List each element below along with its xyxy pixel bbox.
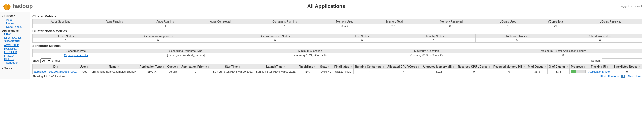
cluster-section-title[interactable]: Cluster	[2, 14, 28, 18]
cluster-metrics-title: Cluster Metrics	[32, 14, 642, 18]
first-link[interactable]: First	[600, 75, 606, 78]
next-link[interactable]: Next	[628, 75, 634, 78]
app-table-header-17[interactable]: % of Cluster ⇕	[548, 64, 569, 69]
app-priority: 0	[180, 69, 211, 74]
app-table-header-8[interactable]: FinishTime ⇕	[297, 64, 317, 69]
app-table-header-20[interactable]: Blacklisted Nodes ⇕	[612, 64, 642, 69]
cluster-metrics-value-row: 101048 GB24 GB0 B4240	[33, 24, 642, 28]
svg-rect-6	[7, 9, 7, 10]
sidebar-item-accepted[interactable]: ACCEPTED	[2, 43, 28, 47]
app-table-header-3[interactable]: Application Type ⇕	[138, 64, 166, 69]
cluster-metrics-header-7: Memory Reserved	[419, 19, 484, 24]
nodes-header-row: Active NodesDecommissioning NodesDecommi…	[33, 34, 642, 38]
app-reserved-memory: 0	[492, 69, 527, 74]
applications-table-header-row: ID ⇕User ⇕Name ⇕Application Type ⇕Queue …	[33, 64, 642, 69]
showing-label: Showing 1 to 1 of 1 entries	[32, 75, 65, 78]
sidebar-item-scheduler[interactable]: Scheduler	[2, 61, 28, 64]
app-id-link[interactable]: application_1622973859665_0001	[34, 70, 77, 73]
scheduler-value-3: <memory:8192, vCores:4>	[368, 53, 485, 57]
cluster-metrics-header-0: Apps Submitted	[33, 19, 89, 24]
app-type: SPARK	[138, 69, 166, 74]
nodes-value-6: 0	[558, 38, 642, 43]
app-table-header-15[interactable]: Reserved Memory MB ⇕	[492, 64, 527, 69]
sidebar: Cluster About Nodes Node Labels Applicat…	[0, 12, 30, 79]
sidebar-item-killed[interactable]: KILLED	[2, 57, 28, 61]
scheduler-header-3: Maximum Allocation	[368, 49, 485, 53]
show-entries: Show 10202550100 entries	[32, 58, 61, 63]
scheduler-header-row: Scheduler TypeScheduling Resource TypeMi…	[33, 49, 642, 53]
app-tracking-ui[interactable]: ApplicationMaster	[587, 69, 612, 74]
app-table-header-1[interactable]: User ⇕	[78, 64, 90, 69]
sidebar-item-running[interactable]: RUNNING	[2, 47, 28, 50]
cluster-metrics-header-8: VCores Used	[484, 19, 532, 24]
controls-row: Show 10202550100 entries Search:	[32, 58, 642, 63]
cluster-metrics-value-0: 1	[33, 24, 89, 28]
app-table-header-12[interactable]: Allocated CPU VCores ⇕	[386, 64, 421, 69]
sidebar-item-node-labels[interactable]: Node Labels	[2, 25, 28, 29]
scheduler-value-2: <memory:1024, vCores:1>	[252, 53, 368, 57]
nodes-value-0: 3	[33, 38, 99, 43]
cluster-metrics-header-2: Apps Running	[140, 19, 191, 24]
app-allocated-cpu: 4	[386, 69, 421, 74]
app-table-header-10[interactable]: FinalStatus ⇕	[333, 64, 353, 69]
app-progress	[569, 69, 587, 74]
app-table-header-9[interactable]: State ⇕	[317, 64, 333, 69]
app-tracking-ui-link[interactable]: ApplicationMaster	[589, 70, 611, 73]
progress-bar-fill	[571, 70, 576, 73]
nodes-header-6: Shutdown Nodes	[558, 34, 642, 38]
app-table-header-14[interactable]: Reserved CPU VCores ⇕	[456, 64, 492, 69]
nodes-header-0: Active Nodes	[33, 34, 99, 38]
app-table-header-18[interactable]: Progress ⇕	[569, 64, 587, 69]
applications-table-body: application_1622973859665_0001rootorg.ap…	[33, 69, 642, 74]
search-label: Search:	[591, 59, 601, 62]
previous-link[interactable]: Previous	[608, 75, 619, 78]
app-table-header-0[interactable]: ID ⇕	[33, 64, 78, 69]
app-allocated-memory: 8192	[421, 69, 456, 74]
scheduler-value-0: Capacity Scheduler	[33, 53, 120, 57]
sidebar-item-nodes[interactable]: Nodes	[2, 21, 28, 25]
app-table-header-11[interactable]: Running Containers ⇕	[354, 64, 386, 69]
scheduler-value-4: 0	[485, 53, 642, 57]
applications-table: ID ⇕User ⇕Name ⇕Application Type ⇕Queue …	[32, 64, 642, 74]
app-table-header-7[interactable]: LaunchTime ⇕	[254, 64, 297, 69]
search-input[interactable]	[602, 58, 642, 63]
scheduler-header-1: Scheduling Resource Type	[120, 49, 252, 53]
app-id[interactable]: application_1622973859665_0001	[33, 69, 78, 74]
cluster-metrics-header-row: Apps SubmittedApps PendingApps RunningAp…	[33, 19, 642, 24]
cluster-metrics-value-3: 0	[191, 24, 250, 28]
app-table-header-4[interactable]: Queue ⇕	[166, 64, 180, 69]
cluster-metrics-header-6: Memory Total	[370, 19, 419, 24]
last-link[interactable]: Last	[636, 75, 641, 78]
entries-label: entries	[52, 59, 61, 62]
hadoop-logo-icon	[2, 1, 12, 11]
app-table-header-5[interactable]: Application Priority ⇕	[180, 64, 211, 69]
cluster-metrics-value-6: 24 GB	[370, 24, 419, 28]
app-table-header-13[interactable]: Allocated Memory MB ⇕	[421, 64, 456, 69]
sidebar-item-submitted[interactable]: SUBMITTED	[2, 40, 28, 43]
page-title: All Applications	[33, 3, 620, 9]
nodes-value-2: 0	[217, 38, 333, 43]
sidebar-item-failed[interactable]: FAILED	[2, 54, 28, 57]
sidebar-item-new-saving[interactable]: NEW_SAVING	[2, 36, 28, 40]
app-running-containers: 4	[354, 69, 386, 74]
nodes-header-2: Decommissioned Nodes	[217, 34, 333, 38]
sidebar-item-new[interactable]: NEW	[2, 33, 28, 36]
page-number: 1	[621, 75, 625, 78]
svg-point-1	[7, 4, 11, 9]
svg-rect-5	[5, 9, 5, 10]
sidebar-item-finished[interactable]: FINISHED	[2, 50, 28, 54]
cluster-nodes-table: Active NodesDecommissioning NodesDecommi…	[32, 34, 642, 43]
sidebar-item-about[interactable]: About	[2, 18, 28, 21]
svg-rect-4	[4, 9, 4, 10]
scheduler-type-link[interactable]: Capacity Scheduler	[64, 54, 88, 57]
cluster-metrics-header-3: Apps Completed	[191, 19, 250, 24]
tools-section-title[interactable]: Tools	[2, 67, 28, 70]
entries-select[interactable]: 10202550100	[40, 58, 51, 63]
app-table-header-6[interactable]: StartTime ⇕	[211, 64, 254, 69]
app-table-header-19[interactable]: Tracking UI ⇕	[587, 64, 612, 69]
app-pct-cluster: 33.3	[548, 69, 569, 74]
app-table-header-16[interactable]: % of Queue ⇕	[527, 64, 548, 69]
nodes-value-5: 0	[475, 38, 558, 43]
app-final-status: UNDEFINED	[333, 69, 353, 74]
app-table-header-2[interactable]: Name ⇕	[90, 64, 138, 69]
